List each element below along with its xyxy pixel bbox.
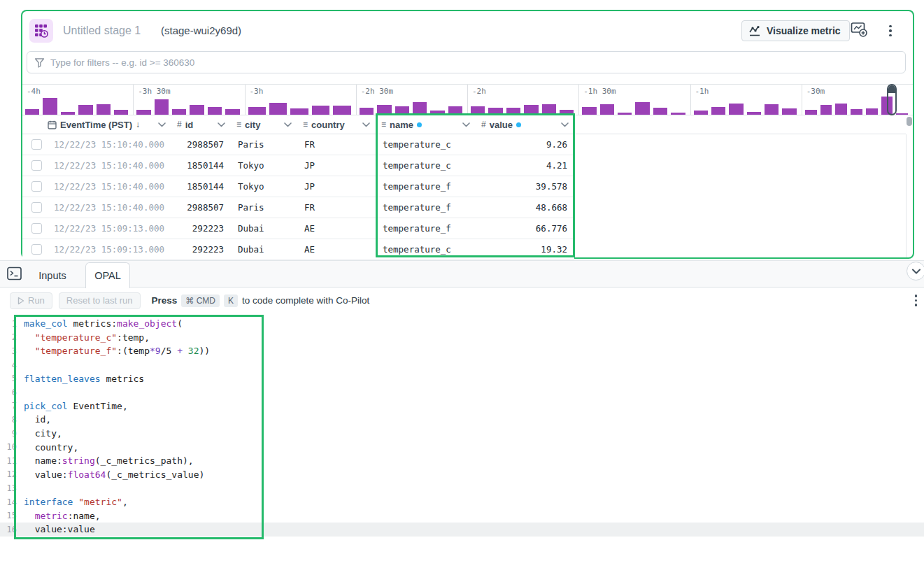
- code-line[interactable]: 4: [0, 358, 924, 372]
- histogram-bar[interactable]: [765, 104, 779, 115]
- table-row[interactable]: 12/22/23 15:10:40.0001850144TokyoJPtempe…: [22, 176, 574, 197]
- cell-eventtime-pst-[interactable]: 12/22/23 15:09:13.000: [42, 244, 171, 255]
- histogram-bar[interactable]: [248, 107, 266, 115]
- row-checkbox[interactable]: [31, 181, 42, 192]
- stage-menu-kebab[interactable]: [881, 20, 900, 41]
- cell-eventtime-pst-[interactable]: 12/22/23 15:10:40.000: [42, 160, 171, 171]
- histogram-section[interactable]: -3h: [245, 85, 356, 115]
- histogram-section[interactable]: -2h 30m: [356, 85, 467, 115]
- histogram-bar[interactable]: [851, 109, 862, 115]
- table-scrollbar-thumb[interactable]: [907, 117, 912, 126]
- sort-desc-icon[interactable]: ↓: [136, 120, 140, 129]
- histogram-section[interactable]: -4h: [22, 85, 133, 115]
- cell-country[interactable]: JP: [297, 181, 376, 192]
- histogram-bar[interactable]: [155, 99, 169, 115]
- histogram-bar[interactable]: [866, 108, 878, 115]
- code-line[interactable]: 10 country,: [0, 440, 924, 454]
- row-checkbox[interactable]: [31, 244, 42, 255]
- column-header-value[interactable]: #value: [476, 115, 574, 134]
- histogram-bar[interactable]: [488, 108, 502, 115]
- histogram-bar[interactable]: [694, 111, 708, 115]
- histogram-bar[interactable]: [333, 106, 350, 115]
- histogram-bar[interactable]: [600, 104, 614, 115]
- code-line[interactable]: 2 "temperature_c":temp,: [0, 331, 924, 345]
- histogram-bar[interactable]: [269, 103, 287, 115]
- cell-id[interactable]: 1850144: [171, 181, 231, 192]
- code-line[interactable]: 16 value:value: [0, 523, 924, 537]
- histogram-bar[interactable]: [896, 113, 908, 115]
- code-line[interactable]: 11 name:string(_c_metrics_path),: [0, 454, 924, 468]
- cell-name[interactable]: temperature_c: [376, 139, 476, 150]
- histogram-bar[interactable]: [618, 113, 632, 115]
- reset-to-last-run-button[interactable]: Reset to last run: [59, 292, 141, 309]
- histogram-bar[interactable]: [25, 109, 39, 115]
- histogram-section[interactable]: -2h: [467, 85, 578, 115]
- cell-country[interactable]: FR: [297, 202, 376, 213]
- cell-city[interactable]: Tokyo: [231, 181, 297, 192]
- histogram-bar[interactable]: [542, 104, 556, 115]
- histogram-bar[interactable]: [377, 105, 391, 115]
- histogram-bar[interactable]: [430, 111, 444, 115]
- column-header-name[interactable]: ≡name: [376, 115, 476, 134]
- cell-eventtime-pst-[interactable]: 12/22/23 15:10:40.000: [42, 139, 171, 150]
- histogram-bar[interactable]: [582, 107, 596, 115]
- histogram-bar[interactable]: [820, 105, 832, 115]
- histogram-bar[interactable]: [782, 108, 796, 115]
- stage-title[interactable]: Untitled stage 1: [63, 24, 141, 37]
- histogram-bar[interactable]: [506, 108, 520, 115]
- histogram-brush-handle[interactable]: [887, 84, 897, 115]
- tab-inputs[interactable]: Inputs: [28, 262, 77, 288]
- code-line[interactable]: 12 value:float64(_c_metrics_value): [0, 468, 924, 482]
- histogram-bar[interactable]: [61, 112, 75, 115]
- histogram-bar[interactable]: [360, 108, 374, 115]
- code-line[interactable]: 1make_col metrics:make_object(: [0, 317, 924, 331]
- cell-value[interactable]: 39.578: [476, 181, 574, 192]
- code-line[interactable]: 9 city,: [0, 427, 924, 441]
- histogram-bar[interactable]: [395, 106, 409, 115]
- row-checkbox[interactable]: [31, 160, 42, 171]
- cell-eventtime-pst-[interactable]: 12/22/23 15:10:40.000: [42, 181, 171, 192]
- histogram-bar[interactable]: [635, 102, 649, 115]
- code-line[interactable]: 15 metric:name,: [0, 509, 924, 523]
- histogram-bar[interactable]: [747, 112, 761, 115]
- cell-id[interactable]: 2988507: [171, 139, 231, 150]
- cell-city[interactable]: Dubai: [231, 223, 297, 234]
- code-line[interactable]: 5flatten_leaves metrics: [0, 371, 924, 385]
- cell-value[interactable]: 9.26: [476, 139, 574, 150]
- cell-name[interactable]: temperature_f: [376, 181, 476, 192]
- cell-city[interactable]: Paris: [231, 202, 297, 213]
- cell-value[interactable]: 66.776: [476, 223, 574, 234]
- histogram-bar[interactable]: [805, 110, 817, 115]
- histogram-bar[interactable]: [290, 108, 308, 115]
- histogram-bar[interactable]: [312, 106, 329, 115]
- cell-eventtime-pst-[interactable]: 12/22/23 15:10:40.000: [42, 202, 171, 213]
- cell-name[interactable]: temperature_f: [376, 202, 476, 213]
- histogram-bar[interactable]: [225, 109, 239, 115]
- table-row[interactable]: 12/22/23 15:10:40.0001850144TokyoJPtempe…: [22, 155, 574, 176]
- histogram-bar[interactable]: [413, 102, 427, 115]
- histogram-bar[interactable]: [78, 105, 92, 115]
- cell-id[interactable]: 292223: [171, 244, 231, 255]
- table-row[interactable]: 12/22/23 15:10:40.0002988507ParisFRtempe…: [22, 197, 574, 218]
- column-header-city[interactable]: ≡city: [231, 115, 297, 134]
- cell-eventtime-pst-[interactable]: 12/22/23 15:09:13.000: [42, 223, 171, 234]
- histogram-bar[interactable]: [208, 107, 222, 115]
- histogram-bar[interactable]: [114, 110, 128, 115]
- code-line[interactable]: 6: [0, 385, 924, 399]
- cell-value[interactable]: 19.32: [476, 244, 574, 255]
- cell-name[interactable]: temperature_f: [376, 223, 476, 234]
- histogram-bar[interactable]: [671, 113, 685, 115]
- cell-city[interactable]: Dubai: [231, 244, 297, 255]
- cell-id[interactable]: 292223: [171, 223, 231, 234]
- time-histogram[interactable]: -4h-3h 30m-3h-2h 30m-2h-1h 30m-1h-30m: [22, 84, 913, 115]
- histogram-bar[interactable]: [729, 104, 743, 115]
- cell-id[interactable]: 1850144: [171, 160, 231, 171]
- opal-code-editor[interactable]: 1make_col metrics:make_object(2 "tempera…: [0, 313, 924, 568]
- add-to-dashboard-icon[interactable]: [851, 22, 867, 37]
- histogram-bar[interactable]: [560, 110, 574, 115]
- histogram-bar[interactable]: [97, 104, 111, 115]
- histogram-section[interactable]: -3h 30m: [133, 85, 244, 115]
- column-header-id[interactable]: #id: [171, 115, 231, 134]
- row-checkbox[interactable]: [31, 223, 42, 234]
- cell-city[interactable]: Paris: [231, 139, 297, 150]
